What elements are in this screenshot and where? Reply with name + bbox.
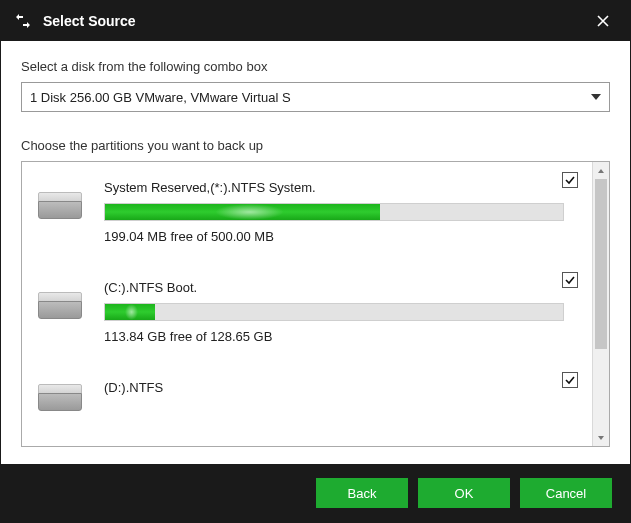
- check-icon: [564, 274, 576, 286]
- ok-button[interactable]: OK: [418, 478, 510, 508]
- cancel-button[interactable]: Cancel: [520, 478, 612, 508]
- content-area: Select a disk from the following combo b…: [1, 41, 630, 447]
- partition-free-text: 199.04 MB free of 500.00 MB: [104, 229, 576, 244]
- partition-info: System Reserved,(*:).NTFS System. 199.04…: [104, 180, 576, 244]
- titlebar: Select Source: [1, 1, 630, 41]
- partition-name: (D:).NTFS: [104, 380, 576, 395]
- partition-row: System Reserved,(*:).NTFS System. 199.04…: [22, 162, 592, 262]
- partition-info: (D:).NTFS: [104, 380, 576, 403]
- back-button[interactable]: Back: [316, 478, 408, 508]
- check-icon: [564, 374, 576, 386]
- partitions-label: Choose the partitions you want to back u…: [21, 138, 610, 153]
- close-button[interactable]: [588, 6, 618, 36]
- scroll-up-arrow-icon[interactable]: [593, 162, 609, 179]
- partition-usage-bar: [104, 203, 564, 221]
- partition-usage-fill: [105, 204, 380, 220]
- disk-icon: [38, 192, 82, 220]
- scrollbar[interactable]: [592, 162, 609, 446]
- disk-icon: [38, 292, 82, 320]
- partition-checkbox[interactable]: [562, 272, 578, 288]
- disk-combo-selected: 1 Disk 256.00 GB VMware, VMware Virtual …: [30, 90, 591, 105]
- scroll-down-arrow-icon[interactable]: [593, 429, 609, 446]
- partition-row: (C:).NTFS Boot. 113.84 GB free of 128.65…: [22, 262, 592, 362]
- app-logo-icon: [13, 11, 33, 31]
- close-icon: [596, 14, 610, 28]
- partition-info: (C:).NTFS Boot. 113.84 GB free of 128.65…: [104, 280, 576, 344]
- disk-icon: [38, 384, 82, 412]
- scrollbar-thumb[interactable]: [595, 179, 607, 349]
- dialog-window: Select Source Select a disk from the fol…: [0, 0, 631, 523]
- scrollbar-track[interactable]: [593, 179, 609, 429]
- partition-name: System Reserved,(*:).NTFS System.: [104, 180, 576, 195]
- partition-name: (C:).NTFS Boot.: [104, 280, 576, 295]
- disk-combo-label: Select a disk from the following combo b…: [21, 59, 610, 74]
- partition-list: System Reserved,(*:).NTFS System. 199.04…: [22, 162, 592, 446]
- chevron-down-icon: [591, 94, 601, 100]
- partition-checkbox[interactable]: [562, 172, 578, 188]
- dialog-title: Select Source: [43, 13, 588, 29]
- partition-usage-fill: [105, 304, 155, 320]
- partition-free-text: 113.84 GB free of 128.65 GB: [104, 329, 576, 344]
- partition-usage-bar: [104, 303, 564, 321]
- partition-row: (D:).NTFS: [22, 362, 592, 412]
- partition-checkbox[interactable]: [562, 372, 578, 388]
- disk-combo[interactable]: 1 Disk 256.00 GB VMware, VMware Virtual …: [21, 82, 610, 112]
- dialog-footer: Back OK Cancel: [1, 464, 630, 522]
- check-icon: [564, 174, 576, 186]
- partition-list-container: System Reserved,(*:).NTFS System. 199.04…: [21, 161, 610, 447]
